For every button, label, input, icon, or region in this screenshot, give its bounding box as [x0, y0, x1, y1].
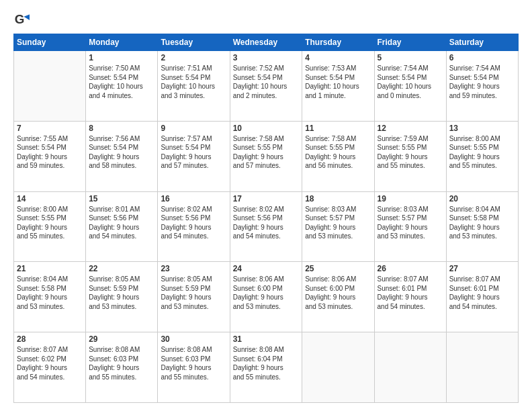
- calendar-cell: 14Sunrise: 8:00 AM Sunset: 5:55 PM Dayli…: [14, 191, 86, 262]
- logo: G: [13, 12, 32, 28]
- day-number: 19: [378, 194, 443, 203]
- cell-info: Sunrise: 8:05 AM Sunset: 5:59 PM Dayligh…: [161, 275, 226, 311]
- calendar-cell: 24Sunrise: 8:06 AM Sunset: 6:00 PM Dayli…: [230, 262, 302, 332]
- calendar-week-row: 21Sunrise: 8:04 AM Sunset: 5:58 PM Dayli…: [14, 262, 519, 332]
- cell-info: Sunrise: 7:54 AM Sunset: 5:54 PM Dayligh…: [378, 64, 443, 100]
- day-number: 14: [17, 194, 83, 203]
- cell-info: Sunrise: 8:02 AM Sunset: 5:56 PM Dayligh…: [233, 205, 300, 241]
- calendar-cell: [14, 51, 86, 122]
- weekday-header-thursday: Thursday: [302, 34, 374, 51]
- day-number: 10: [233, 124, 300, 133]
- calendar-week-row: 28Sunrise: 8:07 AM Sunset: 6:02 PM Dayli…: [14, 332, 519, 403]
- cell-info: Sunrise: 7:52 AM Sunset: 5:54 PM Dayligh…: [233, 64, 300, 100]
- cell-info: Sunrise: 7:51 AM Sunset: 5:54 PM Dayligh…: [161, 64, 226, 100]
- day-number: 8: [89, 124, 154, 133]
- calendar-cell: 16Sunrise: 8:02 AM Sunset: 5:56 PM Dayli…: [158, 191, 230, 262]
- cell-info: Sunrise: 8:02 AM Sunset: 5:56 PM Dayligh…: [161, 205, 226, 241]
- calendar-cell: 10Sunrise: 7:58 AM Sunset: 5:55 PM Dayli…: [230, 121, 302, 191]
- cell-info: Sunrise: 8:08 AM Sunset: 6:03 PM Dayligh…: [161, 345, 226, 381]
- calendar-table: SundayMondayTuesdayWednesdayThursdayFrid…: [13, 34, 519, 403]
- calendar-cell: 25Sunrise: 8:06 AM Sunset: 6:00 PM Dayli…: [302, 262, 374, 332]
- day-number: 2: [161, 53, 226, 62]
- cell-info: Sunrise: 8:07 AM Sunset: 6:02 PM Dayligh…: [17, 345, 83, 381]
- day-number: 18: [305, 194, 371, 203]
- day-number: 3: [233, 53, 300, 62]
- weekday-header-friday: Friday: [374, 34, 446, 51]
- calendar-cell: 17Sunrise: 8:02 AM Sunset: 5:56 PM Dayli…: [230, 191, 302, 262]
- cell-info: Sunrise: 7:53 AM Sunset: 5:54 PM Dayligh…: [305, 64, 371, 100]
- calendar-cell: 19Sunrise: 8:03 AM Sunset: 5:57 PM Dayli…: [374, 191, 446, 262]
- calendar-cell: 15Sunrise: 8:01 AM Sunset: 5:56 PM Dayli…: [86, 191, 158, 262]
- page-header: G: [13, 12, 519, 28]
- calendar-cell: [374, 332, 446, 403]
- calendar-cell: 2Sunrise: 7:51 AM Sunset: 5:54 PM Daylig…: [158, 51, 230, 122]
- cell-info: Sunrise: 7:50 AM Sunset: 5:54 PM Dayligh…: [89, 64, 154, 100]
- calendar-cell: 28Sunrise: 8:07 AM Sunset: 6:02 PM Dayli…: [14, 332, 86, 403]
- weekday-header-sunday: Sunday: [14, 34, 86, 51]
- weekday-header-tuesday: Tuesday: [158, 34, 230, 51]
- cell-info: Sunrise: 7:54 AM Sunset: 5:54 PM Dayligh…: [449, 64, 515, 100]
- calendar-cell: [302, 332, 374, 403]
- calendar-cell: 4Sunrise: 7:53 AM Sunset: 5:54 PM Daylig…: [302, 51, 374, 122]
- cell-info: Sunrise: 8:03 AM Sunset: 5:57 PM Dayligh…: [378, 205, 443, 241]
- calendar-cell: 11Sunrise: 7:58 AM Sunset: 5:55 PM Dayli…: [302, 121, 374, 191]
- calendar-cell: 29Sunrise: 8:08 AM Sunset: 6:03 PM Dayli…: [86, 332, 158, 403]
- day-number: 26: [378, 264, 443, 273]
- cell-info: Sunrise: 8:03 AM Sunset: 5:57 PM Dayligh…: [305, 205, 371, 241]
- cell-info: Sunrise: 8:07 AM Sunset: 6:01 PM Dayligh…: [449, 275, 515, 311]
- calendar-cell: 31Sunrise: 8:08 AM Sunset: 6:04 PM Dayli…: [230, 332, 302, 403]
- day-number: 20: [449, 194, 515, 203]
- day-number: 31: [233, 334, 300, 344]
- day-number: 25: [305, 264, 371, 273]
- cell-info: Sunrise: 8:00 AM Sunset: 5:55 PM Dayligh…: [17, 205, 83, 241]
- day-number: 28: [17, 334, 83, 344]
- day-number: 6: [449, 53, 515, 62]
- cell-info: Sunrise: 7:58 AM Sunset: 5:55 PM Dayligh…: [305, 134, 371, 171]
- svg-text:G: G: [15, 12, 25, 26]
- day-number: 1: [89, 53, 154, 62]
- calendar-week-row: 1Sunrise: 7:50 AM Sunset: 5:54 PM Daylig…: [14, 51, 519, 122]
- cell-info: Sunrise: 7:57 AM Sunset: 5:54 PM Dayligh…: [161, 134, 226, 171]
- calendar-cell: 7Sunrise: 7:55 AM Sunset: 5:54 PM Daylig…: [14, 121, 86, 191]
- calendar-header-row: SundayMondayTuesdayWednesdayThursdayFrid…: [14, 34, 519, 51]
- calendar-cell: 30Sunrise: 8:08 AM Sunset: 6:03 PM Dayli…: [158, 332, 230, 403]
- day-number: 27: [449, 264, 515, 273]
- cell-info: Sunrise: 8:07 AM Sunset: 6:01 PM Dayligh…: [378, 275, 443, 311]
- calendar-cell: 18Sunrise: 8:03 AM Sunset: 5:57 PM Dayli…: [302, 191, 374, 262]
- cell-info: Sunrise: 8:08 AM Sunset: 6:04 PM Dayligh…: [233, 345, 300, 381]
- calendar-cell: 22Sunrise: 8:05 AM Sunset: 5:59 PM Dayli…: [86, 262, 158, 332]
- day-number: 23: [161, 264, 226, 273]
- day-number: 15: [89, 194, 154, 203]
- day-number: 16: [161, 194, 226, 203]
- cell-info: Sunrise: 8:01 AM Sunset: 5:56 PM Dayligh…: [89, 205, 154, 241]
- calendar-cell: 3Sunrise: 7:52 AM Sunset: 5:54 PM Daylig…: [230, 51, 302, 122]
- day-number: 7: [17, 124, 83, 133]
- calendar-cell: 20Sunrise: 8:04 AM Sunset: 5:58 PM Dayli…: [446, 191, 518, 262]
- day-number: 5: [378, 53, 443, 62]
- calendar-cell: 5Sunrise: 7:54 AM Sunset: 5:54 PM Daylig…: [374, 51, 446, 122]
- calendar-cell: 27Sunrise: 8:07 AM Sunset: 6:01 PM Dayli…: [446, 262, 518, 332]
- cell-info: Sunrise: 8:00 AM Sunset: 5:55 PM Dayligh…: [449, 134, 515, 171]
- day-number: 24: [233, 264, 300, 273]
- calendar-cell: 1Sunrise: 7:50 AM Sunset: 5:54 PM Daylig…: [86, 51, 158, 122]
- day-number: 9: [161, 124, 226, 133]
- cell-info: Sunrise: 8:06 AM Sunset: 6:00 PM Dayligh…: [305, 275, 371, 311]
- cell-info: Sunrise: 8:04 AM Sunset: 5:58 PM Dayligh…: [449, 205, 515, 241]
- cell-info: Sunrise: 8:08 AM Sunset: 6:03 PM Dayligh…: [89, 345, 154, 381]
- calendar-cell: 13Sunrise: 8:00 AM Sunset: 5:55 PM Dayli…: [446, 121, 518, 191]
- weekday-header-wednesday: Wednesday: [230, 34, 302, 51]
- logo-icon: G: [13, 12, 30, 28]
- cell-info: Sunrise: 7:55 AM Sunset: 5:54 PM Dayligh…: [17, 134, 83, 171]
- calendar-cell: 6Sunrise: 7:54 AM Sunset: 5:54 PM Daylig…: [446, 51, 518, 122]
- calendar-week-row: 7Sunrise: 7:55 AM Sunset: 5:54 PM Daylig…: [14, 121, 519, 191]
- weekday-header-saturday: Saturday: [446, 34, 518, 51]
- cell-info: Sunrise: 8:06 AM Sunset: 6:00 PM Dayligh…: [233, 275, 300, 311]
- cell-info: Sunrise: 7:58 AM Sunset: 5:55 PM Dayligh…: [233, 134, 300, 171]
- svg-marker-1: [24, 14, 30, 20]
- calendar-cell: 12Sunrise: 7:59 AM Sunset: 5:55 PM Dayli…: [374, 121, 446, 191]
- cell-info: Sunrise: 8:05 AM Sunset: 5:59 PM Dayligh…: [89, 275, 154, 311]
- calendar-cell: 21Sunrise: 8:04 AM Sunset: 5:58 PM Dayli…: [14, 262, 86, 332]
- calendar-week-row: 14Sunrise: 8:00 AM Sunset: 5:55 PM Dayli…: [14, 191, 519, 262]
- day-number: 11: [305, 124, 371, 133]
- calendar-cell: 9Sunrise: 7:57 AM Sunset: 5:54 PM Daylig…: [158, 121, 230, 191]
